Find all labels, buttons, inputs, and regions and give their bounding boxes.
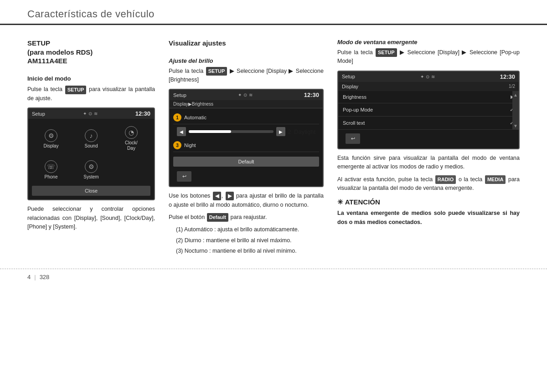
screen2-icons: ✦ ⊙ ≋ <box>238 92 253 97</box>
display-icon: ⚙ <box>45 129 57 142</box>
screen3-icons: ✦ ⊙ ≋ <box>420 74 435 79</box>
default-key-badge: Default <box>207 213 228 222</box>
setup-key-badge-2: SETUP <box>206 67 227 76</box>
brightness-row-automatic: 1 Automatic <box>173 111 319 124</box>
screen1-title: Setup <box>32 111 45 117</box>
setup-item-clock: ◔ Clock/Day <box>112 122 150 155</box>
setup-grid: ⚙ Display ♪ Sound ◔ Clock/Day ☏ Phone <box>32 122 150 183</box>
setup-key-popup: SETUP <box>376 48 397 57</box>
footer-page-sub: 328 <box>40 274 50 280</box>
back-button-3[interactable]: ↩ <box>346 133 360 144</box>
back-button-2[interactable]: ↩ <box>177 171 191 182</box>
popup-mode-title: Modo de ventana emergente <box>337 39 520 46</box>
setup-key-badge: SETUP <box>65 86 87 94</box>
wifi-icon-2: ⊙ <box>243 92 247 97</box>
screen1-body: ⚙ Display ♪ Sound ◔ Clock/Day ☏ Phone <box>28 119 154 199</box>
right-arrow-btn: ▶ <box>226 192 234 200</box>
slider-track <box>189 130 274 133</box>
phone-icon: ☏ <box>45 160 57 173</box>
slider-fill <box>189 130 231 133</box>
breadcrumb-bar: Display▶Brightness <box>170 100 323 108</box>
list-item-2: (2) Diurno : mantiene el brillo al nivel… <box>176 236 324 245</box>
al-text: Al activar esta función, pulse la tecla … <box>337 175 520 193</box>
slider-left-btn[interactable]: ◀ <box>177 127 186 136</box>
footer-page-num: 4 <box>27 274 31 280</box>
inicio-text: Pulse la tecla SETUP para visualizar la … <box>27 85 155 103</box>
ajuste-brillo-title: Ajuste del brillo <box>169 57 324 64</box>
sound-icon: ♪ <box>85 129 98 142</box>
default-button[interactable]: Default <box>173 157 319 167</box>
atencion-text: La ventana emergente de medios solo pued… <box>337 209 520 227</box>
footer-pipe: | <box>34 274 36 280</box>
brillo-instructions: Pulse la tecla SETUP ▶ Seleccione [Displ… <box>169 67 324 85</box>
signal-icon-2: ≋ <box>249 92 253 97</box>
atencion-title: ✳ ATENCIÓN <box>337 198 520 206</box>
num-badge-2: 2 <box>288 128 291 135</box>
atencion-box: ✳ ATENCIÓN La ventana emergente de medio… <box>337 198 520 227</box>
screen3-subheader: Display 1/2 <box>338 82 519 91</box>
screen2-title: Setup <box>173 92 186 98</box>
scroll-up-icon: ▲ <box>513 92 518 97</box>
use-buttons-text: Use los botones ◀, ▶ para ajustar el bri… <box>169 192 324 209</box>
list-item-1: (1) Automático : ajusta el brillo automá… <box>176 225 324 234</box>
page-header: Características de vehículo <box>0 0 547 25</box>
signal-icon: ≋ <box>94 111 98 116</box>
setup-item-sound: ♪ Sound <box>72 122 110 155</box>
right-column: Modo de ventana emergente Pulse la tecla… <box>337 39 520 260</box>
slider-row: ◀ ▶ 2 Daylight <box>173 124 319 139</box>
page-num: 1/2 <box>509 84 515 89</box>
visualizar-title: Visualizar ajustes <box>169 39 324 48</box>
num-badge-1: 1 <box>173 113 181 122</box>
slider-right-btn[interactable]: ▶ <box>276 127 285 136</box>
inicio-title: Inicio del modo <box>27 75 155 83</box>
popup-item-brightness: Brightness ▶ <box>338 91 519 103</box>
wifi-icon-3: ⊙ <box>426 74 429 79</box>
popup-item-scroll-text: Scroll text ✓ <box>338 117 519 130</box>
page-title: Características de vehículo <box>27 8 520 24</box>
brightness-list: (1) Automático : ajusta el brillo automá… <box>176 225 324 255</box>
popup-list-wrapper: Brightness ▶ Pop-up Mode ✓ Scroll text <box>338 91 519 130</box>
screen1-icons: ✦ ⊙ ≋ <box>83 111 98 116</box>
bluetooth-icon: ✦ <box>83 111 87 116</box>
content-area: SETUP (para modelos RDS) AM111A4EE Inici… <box>0 25 547 269</box>
close-button[interactable]: Close <box>32 186 150 196</box>
esta-text: Esta función sirve para visualizar la pa… <box>337 154 520 172</box>
screen-header-3: Setup ✦ ⊙ ≋ 12:30 <box>338 71 519 82</box>
screen3-time: 12:30 <box>500 73 515 80</box>
screen-mockup-3: Setup ✦ ⊙ ≋ 12:30 Display 1/2 Brightness <box>337 71 520 149</box>
left-arrow-btn: ◀ <box>213 192 221 200</box>
screen-mockup-2: Setup ✦ ⊙ ≋ 12:30 Display▶Brightness 1 A… <box>169 89 324 187</box>
screen-header-2: Setup ✦ ⊙ ≋ 12:30 <box>170 90 323 100</box>
popup-item-popup-mode: Pop-up Mode ✓ <box>338 103 519 117</box>
display-label: Display <box>342 84 358 89</box>
screen-header-1: Setup ✦ ⊙ ≋ 12:30 <box>28 108 154 119</box>
radio-key-badge: RADIO <box>435 175 456 184</box>
setup-item-system: ⚙ System <box>72 157 110 183</box>
signal-icon-3: ≋ <box>431 74 435 79</box>
bluetooth-icon-2: ✦ <box>238 92 242 97</box>
setup-item-display: ⚙ Display <box>32 122 70 155</box>
screen1-time: 12:30 <box>135 110 150 117</box>
mid-column: Visualizar ajustes Ajuste del brillo Pul… <box>169 39 324 260</box>
puede-text: Puede seleccionar y controlar opciones r… <box>27 205 155 231</box>
system-icon: ⚙ <box>85 160 98 173</box>
popup-list-items: Brightness ▶ Pop-up Mode ✓ Scroll text <box>338 91 519 130</box>
bluetooth-icon-3: ✦ <box>420 74 424 79</box>
atencion-symbol: ✳ <box>337 198 343 206</box>
clock-icon: ◔ <box>125 126 138 139</box>
brightness-row-night: 3 Night <box>173 139 319 152</box>
media-key-badge: MEDIA <box>485 175 506 184</box>
page-footer: 4 | 328 <box>0 269 547 285</box>
screen-mockup-1: Setup ✦ ⊙ ≋ 12:30 ⚙ Display ♪ Sound <box>27 107 155 200</box>
pulse-default-text: Pulse el botón Default para reajustar. <box>169 213 324 222</box>
num-badge-3: 3 <box>173 141 181 149</box>
brightness-options: 1 Automatic ◀ ▶ 2 Daylight 3 Night <box>170 108 323 155</box>
list-item-3: (3) Nocturno : mantiene el brillo al niv… <box>176 247 324 255</box>
left-column: SETUP (para modelos RDS) AM111A4EE Inici… <box>27 39 155 260</box>
popup-instructions: Pulse la tecla SETUP ▶ Seleccione [Displ… <box>337 48 520 66</box>
setup-item-phone: ☏ Phone <box>32 157 70 183</box>
scroll-down-icon: ▼ <box>513 123 518 128</box>
screen3-title: Setup <box>342 74 355 79</box>
screen2-time: 12:30 <box>304 92 319 98</box>
scroll-bar: ▲ ▼ <box>512 91 519 130</box>
